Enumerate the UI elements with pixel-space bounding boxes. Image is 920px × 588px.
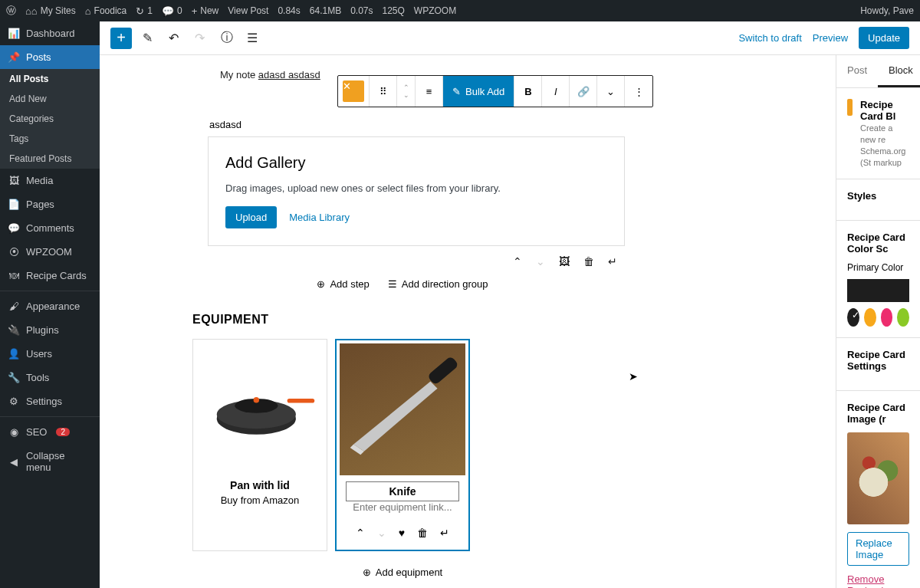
equipment-grid: Pan with lid Buy from Amazon Knife Enter… [192, 339, 625, 551]
sidebar-posts-sub: All Posts Add New Categories Tags Featur… [0, 69, 100, 169]
edit-icon[interactable]: ✎ [143, 31, 158, 45]
sidebar-wpzoom[interactable]: ⦿WPZOOM [0, 240, 100, 264]
note-text-2[interactable]: asdasd [180, 119, 625, 130]
block-info-panel: Recipe Card Bl Create a new re Schema.or… [836, 88, 920, 179]
align-icon[interactable]: ≡ [416, 76, 443, 107]
block-movers[interactable]: ⌃⌄ [397, 76, 416, 107]
update-button[interactable]: Update [859, 27, 909, 49]
move-up-icon[interactable]: ⌃ [356, 527, 365, 539]
add-block-button[interactable]: + [110, 28, 132, 49]
editor: + ✎ ↶ ↷ ⓘ ☰ Switch to draft Preview Upda… [100, 21, 920, 588]
editor-header: + ✎ ↶ ↷ ⓘ ☰ Switch to draft Preview Upda… [100, 21, 920, 55]
swatch-black[interactable] [847, 308, 859, 327]
media-library-button[interactable]: Media Library [289, 212, 350, 223]
block-type-icon[interactable]: ✕ [338, 76, 370, 107]
add-equipment-button[interactable]: ⊕Add equipment [363, 567, 442, 578]
insert-after-icon[interactable]: ↵ [608, 255, 617, 268]
block-tab[interactable]: Block [878, 55, 920, 87]
insert-after-icon[interactable]: ↵ [440, 527, 449, 539]
admin-sidebar: 📊Dashboard 📌Posts All Posts Add New Cate… [0, 21, 100, 588]
sidebar-tags[interactable]: Tags [0, 129, 100, 149]
post-tab[interactable]: Post [836, 55, 878, 87]
replace-image-button[interactable]: Replace Image [847, 532, 909, 566]
equipment-heading: EQUIPMENT [192, 313, 625, 327]
equipment-link-input[interactable]: Enter equipment link... [353, 501, 452, 521]
bulk-add-button[interactable]: ✎Bulk Add [443, 76, 514, 107]
redo-icon[interactable]: ↷ [195, 31, 210, 45]
image-panel: Recipe Card Image (r Replace Image Remov… [836, 391, 920, 588]
italic-icon[interactable]: I [542, 76, 570, 107]
equipment-image [340, 343, 465, 475]
image-icon[interactable]: 🖼 [559, 255, 570, 268]
sidebar-seo[interactable]: ◉SEO2 [0, 420, 100, 444]
sidebar-pages[interactable]: 📄Pages [0, 192, 100, 216]
recipe-image-preview [847, 432, 909, 524]
updates[interactable]: ↻1 [136, 5, 153, 17]
sidebar-tools[interactable]: 🔧Tools [0, 366, 100, 389]
move-up-icon[interactable]: ⌃ [513, 255, 522, 268]
upload-button[interactable]: Upload [225, 206, 277, 228]
plus-circle-icon: ⊕ [317, 278, 325, 290]
styles-panel[interactable]: Styles [836, 179, 920, 221]
new-content[interactable]: +New [192, 5, 219, 17]
more-icon[interactable]: ⋮ [625, 76, 652, 107]
equipment-name-input[interactable]: Knife [346, 481, 459, 501]
drag-handle-icon[interactable]: ⠿ [370, 76, 397, 107]
sidebar-comments[interactable]: 💬Comments [0, 216, 100, 240]
sidebar-dashboard[interactable]: 📊Dashboard [0, 21, 100, 45]
equipment-card-selected[interactable]: Knife Enter equipment link... ⌃ ⌄ ♥ 🗑 ↵ [335, 339, 470, 551]
sidebar-featured[interactable]: Featured Posts [0, 149, 100, 169]
outline-icon[interactable]: ☰ [247, 31, 262, 45]
color-value[interactable] [847, 279, 909, 302]
sidebar-plugins[interactable]: 🔌Plugins [0, 318, 100, 342]
sidebar-users[interactable]: 👤Users [0, 342, 100, 366]
bold-icon[interactable]: B [514, 76, 542, 107]
equipment-card[interactable]: Pan with lid Buy from Amazon [192, 339, 327, 551]
sidebar-collapse[interactable]: ◀Collapse menu [0, 444, 100, 479]
link-icon[interactable]: 🔗 [570, 76, 597, 107]
sidebar-posts[interactable]: 📌Posts [0, 45, 100, 69]
gallery-placeholder: Add Gallery Drag images, upload new ones… [208, 136, 625, 246]
site-name[interactable]: ⌂Foodica [85, 5, 127, 17]
list-icon: ☰ [388, 278, 397, 290]
my-sites[interactable]: ⌂⌂My Sites [25, 5, 76, 17]
sidebar-add-new[interactable]: Add New [0, 89, 100, 109]
swatch-green[interactable] [897, 308, 909, 327]
swatch-pink[interactable] [881, 308, 893, 327]
equipment-controls: ⌃ ⌄ ♥ 🗑 ↵ [356, 521, 449, 547]
move-down-icon[interactable]: ⌄ [377, 527, 386, 539]
sidebar-appearance[interactable]: 🖌Appearance [0, 294, 100, 318]
comments-count[interactable]: 💬0 [162, 5, 182, 17]
svg-rect-7 [427, 356, 459, 386]
wp-logo[interactable]: ⓦ [6, 4, 16, 18]
undo-icon[interactable]: ↶ [169, 31, 184, 45]
sidebar-all-posts[interactable]: All Posts [0, 69, 100, 89]
sidebar-settings[interactable]: ⚙Settings [0, 389, 100, 413]
settings-panel[interactable]: Recipe Card Settings [836, 338, 920, 391]
sidebar-tabs: Post Block [836, 55, 920, 88]
view-post[interactable]: View Post [228, 5, 268, 16]
equipment-name: Pan with lid [225, 471, 294, 494]
switch-to-draft[interactable]: Switch to draft [738, 32, 801, 44]
swatch-orange[interactable] [864, 308, 876, 327]
preview-button[interactable]: Preview [813, 32, 848, 44]
pencil-icon: ✎ [452, 86, 461, 97]
remove-image-link[interactable]: Remove Recipe Imag [847, 573, 909, 588]
sidebar-media[interactable]: 🖼Media [0, 169, 100, 192]
equipment-link[interactable]: Buy from Amazon [221, 494, 300, 514]
brand[interactable]: WPZOOM [414, 5, 456, 16]
move-down-icon[interactable]: ⌄ [536, 255, 545, 268]
howdy[interactable]: Howdy, Pave [860, 5, 914, 16]
sidebar-categories[interactable]: Categories [0, 109, 100, 129]
trash-icon[interactable]: 🗑 [417, 527, 428, 539]
heart-icon[interactable]: ♥ [399, 527, 405, 539]
trash-icon[interactable]: 🗑 [583, 255, 594, 268]
add-group-button[interactable]: ☰Add direction group [388, 278, 488, 290]
chevron-down-icon[interactable]: ⌄ [597, 76, 625, 107]
sidebar-recipe-cards[interactable]: 🍽Recipe Cards [0, 264, 100, 287]
block-name: Recipe Card Bl [860, 99, 909, 122]
color-swatches [847, 308, 909, 327]
info-icon[interactable]: ⓘ [221, 30, 236, 46]
add-step-button[interactable]: ⊕Add step [317, 278, 369, 290]
timing: 0.84s [278, 5, 300, 16]
